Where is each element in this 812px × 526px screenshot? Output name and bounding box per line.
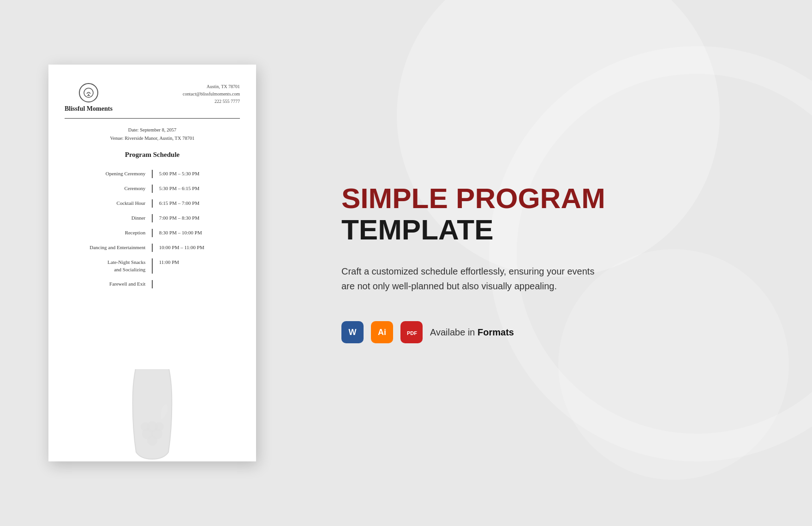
event-name-cocktail: Cocktail Hour: [65, 199, 152, 207]
event-time: 6:15 PM – 7:00 PM: [153, 199, 240, 207]
event-name: Reception: [65, 229, 152, 237]
header-divider: [65, 118, 240, 119]
formats-label: Availabe in Formats: [430, 327, 514, 338]
title-line2: TEMPLATE: [341, 214, 494, 245]
row-divider: [152, 280, 153, 288]
event-name-dancing: Dancing and Entertainment: [65, 244, 152, 251]
svg-point-0: [84, 88, 93, 97]
schedule-table: Opening Ceremony 5:00 PM – 5:30 PM Cerem…: [65, 170, 240, 288]
event-venue: Venue: Riverside Manor, Austin, TX 78701: [65, 134, 240, 143]
event-name: Dinner: [65, 214, 152, 222]
event-name: Ceremony: [65, 185, 152, 192]
table-row: Ceremony 5:30 PM – 6:15 PM: [65, 185, 240, 193]
event-name: Opening Ceremony: [65, 170, 152, 178]
illustrator-format-icon: Ai: [371, 321, 393, 343]
word-format-icon: W: [341, 321, 364, 343]
left-panel: Blissful Moments Austin, TX 78701 contac…: [0, 0, 304, 526]
table-row: Dancing and Entertainment 10:00 PM – 11:…: [65, 244, 240, 252]
document-card: Blissful Moments Austin, TX 78701 contac…: [48, 65, 256, 461]
table-row: Opening Ceremony 5:00 PM – 5:30 PM: [65, 170, 240, 178]
table-row: Reception 8:30 PM – 10:00 PM: [65, 229, 240, 237]
svg-point-8: [141, 422, 150, 431]
table-row: Late-Night Snacksand Socializing 11:00 P…: [65, 258, 240, 274]
table-row: Cocktail Hour 6:15 PM – 7:00 PM: [65, 199, 240, 208]
brand-logo-icon: [79, 83, 98, 102]
event-time: 7:00 PM – 8:30 PM: [153, 214, 240, 222]
brand-name: Blissful Moments: [65, 105, 113, 113]
event-time: 11:00 PM: [153, 258, 240, 266]
contact-address: Austin, TX 78701: [183, 83, 240, 90]
event-time: 5:30 PM – 6:15 PM: [153, 185, 240, 192]
pdf-format-icon: PDF: [400, 321, 423, 343]
svg-point-9: [155, 422, 164, 431]
table-row: Farewell and Exit: [65, 280, 240, 288]
schedule-title: Program Schedule: [65, 151, 240, 159]
main-title: SIMPLE PROGRAM TEMPLATE: [341, 183, 775, 245]
description-text: Craft a customized schedule effortlessly…: [341, 264, 600, 293]
right-panel: SIMPLE PROGRAM TEMPLATE Craft a customiz…: [304, 0, 812, 526]
doc-header: Blissful Moments Austin, TX 78701 contac…: [65, 83, 240, 113]
doc-bottom-decoration: [48, 369, 256, 461]
event-name-farewell: Farewell and Exit: [65, 280, 152, 288]
contact-section: Austin, TX 78701 contact@blissfulmoments…: [183, 83, 240, 105]
title-line1: SIMPLE PROGRAM: [341, 182, 605, 214]
event-name: Late-Night Snacksand Socializing: [65, 258, 152, 274]
table-row: Dinner 7:00 PM – 8:30 PM: [65, 214, 240, 222]
event-info: Date: September 8, 2057 Venue: Riverside…: [65, 126, 240, 143]
main-container: Blissful Moments Austin, TX 78701 contac…: [0, 0, 812, 526]
contact-phone: 222 555 7777: [183, 98, 240, 105]
brand-section: Blissful Moments: [65, 83, 113, 113]
formats-section: W Ai PDF Availabe in Formats: [341, 321, 775, 343]
event-time: 10:00 PM – 11:00 PM: [153, 244, 240, 251]
svg-text:PDF: PDF: [407, 330, 417, 336]
event-time: 8:30 PM – 10:00 PM: [153, 229, 240, 237]
event-time: 5:00 PM – 5:30 PM: [153, 170, 240, 178]
svg-point-10: [147, 436, 157, 446]
event-date: Date: September 8, 2057: [65, 126, 240, 134]
contact-email: contact@blissfulmoments.com: [183, 90, 240, 98]
